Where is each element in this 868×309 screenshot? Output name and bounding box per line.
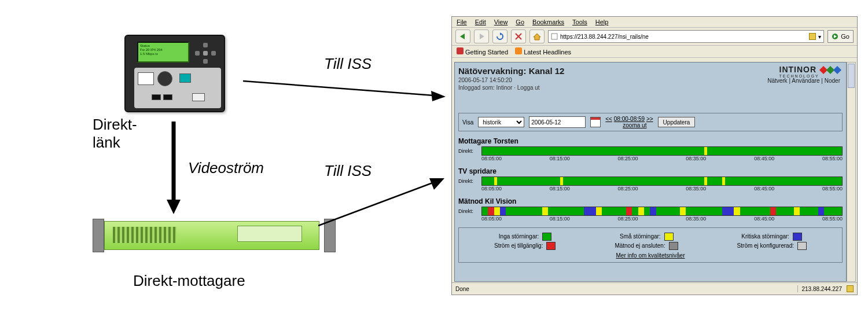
browser-window: File Edit View Go Bookmarks Tools Help h… [451,16,858,295]
zoom-out-link[interactable]: zooma ut [623,122,646,128]
bookmark-icon [457,47,464,54]
menu-view[interactable]: View [494,19,508,25]
tick-label: 08:35:00 [686,186,706,192]
to-iss-label-1: Till ISS [324,55,372,73]
mode-select[interactable]: historik [478,117,524,127]
range-next[interactable]: >> [646,116,653,122]
nav-anvandare[interactable]: Användare [792,78,819,84]
lcd-line: 1.5 Mbps tx [140,52,186,56]
svg-marker-11 [534,34,540,40]
segment-critical [500,207,506,215]
status-bar: Done 213.88.244.227 [452,282,857,295]
arrow-to-iss-2-icon [318,174,446,231]
row-label: Direkt: [458,148,481,154]
menu-go[interactable]: Go [516,19,524,25]
forward-button[interactable] [474,30,489,43]
tick-label: 08:35:00 [686,216,706,222]
legend-critical-label: Kritiska störningar: [741,233,789,240]
channel-name: TV spridare [458,167,843,175]
segment-critical [584,207,596,215]
tick-label: 08:55:00 [822,156,843,161]
legend-swatch-unavail [546,242,556,250]
menu-file[interactable]: File [457,19,467,25]
menu-tools[interactable]: Tools [572,19,587,25]
bookmark-getting-started[interactable]: Getting Started [457,47,508,56]
range-text[interactable]: 08:00-08:59 [614,116,645,122]
home-button[interactable] [529,30,545,43]
legend-more-link[interactable]: Mer info om kvalitetsnivåer [465,252,836,259]
arrow-to-iss-1-icon [243,75,446,104]
channel-name: Mottagare Torsten [458,137,843,145]
tick-label: 08:05:00 [481,216,502,222]
page-icon [551,33,558,40]
device-chassis: Status Fw 20 IP4 254 1.5 Mbps tx [124,35,225,112]
svg-marker-1 [167,200,181,214]
vertical-scrollbar[interactable] [847,62,856,282]
legend-notconf-label: Ström ej konfigurerad: [737,242,794,249]
nav-noder[interactable]: Noder [825,78,840,84]
stop-button[interactable] [511,30,526,43]
svg-marker-7 [480,34,484,39]
row-label: Direkt: [458,178,481,184]
tick-label: 08:55:00 [822,216,843,222]
menu-edit[interactable]: Edit [475,19,486,25]
status-text: Done [452,286,797,292]
rack-vents [113,227,176,243]
legend-swatch-none [542,233,551,241]
segment-critical [650,207,656,215]
timeline-bar[interactable] [481,176,843,186]
date-input[interactable] [529,116,586,128]
calendar-icon[interactable] [590,117,601,127]
timeline-bar[interactable] [481,146,843,156]
channel-0: Mottagare TorstenDirekt:08:05:0008:15:00… [458,137,843,161]
segment-small [680,207,686,215]
legend-matnod-label: Mätnod ej ansluten: [615,242,665,249]
legend-none-label: Inga störningar: [499,233,539,240]
go-button[interactable]: Go [827,30,854,43]
range-prev[interactable]: << [605,116,612,122]
segment-small [596,207,602,215]
legend-swatch-matnod [669,242,678,250]
legend-swatch-notconf [797,242,807,250]
direktmottagare-device [93,214,336,260]
segment-small [704,147,707,155]
segment-small [560,177,563,185]
update-button[interactable]: Uppdatera [658,117,696,127]
direktlank-device: Status Fw 20 IP4 254 1.5 Mbps tx [119,29,234,116]
tick-row: 08:05:0008:15:0008:25:0008:35:0008:45:00… [481,156,843,161]
segment-critical [722,207,734,215]
back-button[interactable] [455,30,470,43]
bookmark-latest[interactable]: Latest Headlines [515,47,571,56]
channel-row: Direkt: [458,176,843,186]
nav-natverk[interactable]: Nätverk [767,78,787,84]
url-text: https://213.88.244.227/nsi_rails/ne [560,34,649,40]
svg-line-2 [243,81,434,95]
segment-small [722,177,725,185]
menu-help[interactable]: Help [595,19,609,25]
direktlank-label: Direkt- länk [93,116,137,152]
toolbar: https://213.88.244.227/nsi_rails/ne ▾ Go [452,28,857,46]
arrow-down-icon [165,122,182,214]
segment-small [494,177,497,185]
lock-icon [847,285,854,292]
svg-line-4 [318,182,434,226]
rack-panel [237,226,302,242]
segment-small [638,207,644,215]
url-bar[interactable]: https://213.88.244.227/nsi_rails/ne ▾ [548,30,824,43]
legend: Inga störningar: Små störningar: Kritisk… [458,227,843,263]
tick-label: 08:35:00 [686,156,706,161]
menu-bookmarks[interactable]: Bookmarks [532,19,564,25]
segment-unavail [626,207,632,215]
channel-name: Mätnod Kil Vision [458,197,843,205]
legend-swatch-small [664,233,674,241]
svg-rect-12 [551,34,557,39]
tick-row: 08:05:0008:15:0008:25:0008:35:0008:45:00… [481,216,843,222]
legend-swatch-critical [793,233,802,241]
menu-bar: File Edit View Go Bookmarks Tools Help [452,17,857,28]
scrollbar-thumb[interactable] [848,64,855,88]
reload-button[interactable] [492,30,507,43]
dropdown-icon[interactable]: ▾ [818,34,821,40]
tick-label: 08:05:00 [481,186,502,192]
page-content: Nätövervakning: Kanal 12 2006-05-17 14:5… [454,62,847,282]
timeline-bar[interactable] [481,207,843,216]
